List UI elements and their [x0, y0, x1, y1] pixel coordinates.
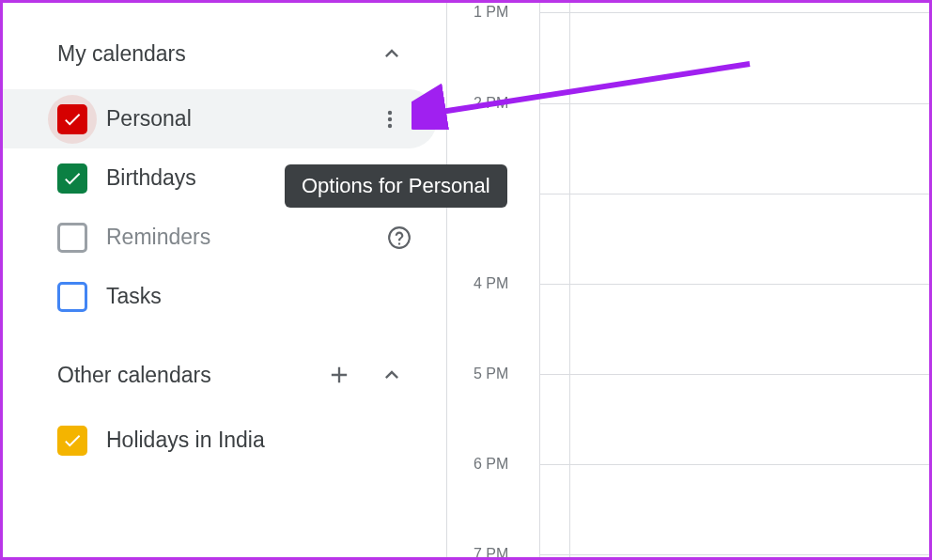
calendar-label: Holidays in India: [106, 428, 418, 453]
my-calendars-list: Personal Birthdays Reminders: [3, 89, 446, 326]
tooltip-options: Options for Personal: [285, 164, 507, 208]
checkbox-reminders[interactable]: [57, 223, 87, 253]
checkbox-personal[interactable]: [57, 104, 87, 134]
calendar-item-tasks[interactable]: Tasks: [3, 267, 446, 326]
checkbox-birthdays[interactable]: [57, 163, 87, 194]
other-calendars-title: Other calendars: [57, 363, 211, 388]
time-label: 5 PM: [474, 366, 508, 382]
other-calendars-header[interactable]: Other calendars: [3, 352, 446, 397]
sidebar: My calendars Personal: [3, 3, 446, 557]
svg-point-0: [388, 110, 392, 114]
time-labels: 1 PM 2 PM 3 PM 4 PM 5 PM 6 PM 7 PM: [447, 3, 929, 557]
help-icon[interactable]: [381, 219, 418, 257]
time-label: 7 PM: [474, 546, 508, 560]
chevron-up-icon[interactable]: [375, 358, 409, 392]
calendar-item-reminders[interactable]: Reminders: [3, 208, 446, 267]
calendar-label: Tasks: [106, 284, 418, 309]
checkbox-holidays[interactable]: [57, 426, 87, 456]
plus-icon[interactable]: [322, 358, 356, 392]
time-label: 1 PM: [474, 4, 508, 21]
time-label: 2 PM: [474, 95, 508, 112]
calendar-grid[interactable]: 1 PM 2 PM 3 PM 4 PM 5 PM 6 PM 7 PM: [446, 3, 929, 557]
calendar-label: Reminders: [106, 225, 381, 250]
my-calendars-title: My calendars: [57, 41, 186, 67]
other-calendars-list: Holidays in India: [3, 411, 446, 470]
calendar-item-holidays[interactable]: Holidays in India: [3, 411, 446, 470]
svg-point-1: [388, 117, 392, 120]
chevron-up-icon[interactable]: [375, 37, 409, 70]
kebab-menu-icon[interactable]: [371, 101, 409, 138]
calendar-label: Personal: [106, 106, 371, 132]
svg-point-2: [388, 123, 392, 127]
calendar-item-personal[interactable]: Personal: [3, 89, 437, 148]
time-label: 4 PM: [474, 275, 508, 292]
checkbox-tasks[interactable]: [57, 282, 87, 312]
time-label: 6 PM: [474, 456, 508, 473]
my-calendars-header[interactable]: My calendars: [3, 31, 446, 76]
